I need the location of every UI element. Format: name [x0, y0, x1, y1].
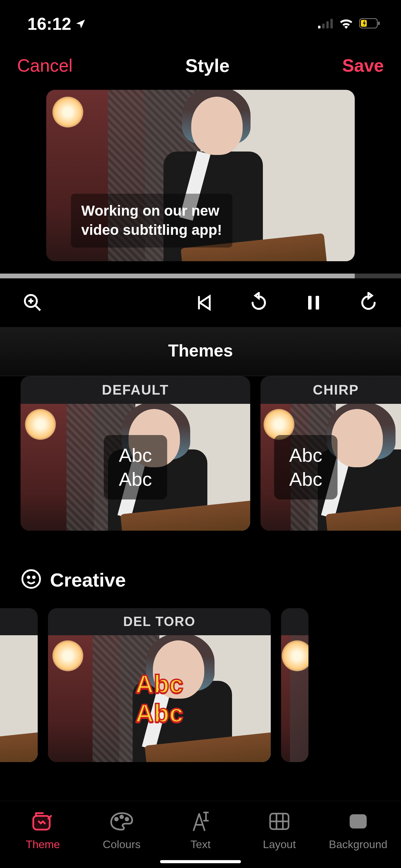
subtitle-line-2: video subtitling app! — [81, 220, 222, 240]
tab-background[interactable]: Background — [324, 809, 392, 851]
svg-point-21 — [125, 818, 128, 821]
page-title: Style — [185, 55, 230, 76]
tab-label: Background — [329, 838, 388, 851]
abc-text: Abc — [135, 699, 183, 728]
pause-button[interactable] — [302, 291, 326, 315]
progress-fill — [0, 274, 355, 278]
status-bar: 16:12 — [0, 0, 401, 45]
tab-colours[interactable]: Colours — [87, 809, 156, 851]
svg-rect-1 — [322, 24, 325, 28]
tab-text[interactable]: Text — [166, 809, 235, 851]
bottom-tab-bar: Theme Colours Text Layout Background — [0, 801, 401, 851]
cancel-button[interactable]: Cancel — [17, 55, 73, 76]
tab-layout[interactable]: Layout — [245, 809, 314, 851]
playback-progress[interactable] — [0, 274, 401, 278]
svg-rect-14 — [316, 296, 319, 310]
svg-point-15 — [22, 570, 40, 588]
svg-point-19 — [115, 818, 118, 821]
svg-point-17 — [33, 576, 35, 578]
skip-start-button[interactable] — [192, 291, 216, 315]
creative-card-next[interactable] — [281, 608, 308, 762]
abc-text: Abc — [289, 467, 323, 491]
playback-controls — [0, 278, 401, 327]
svg-rect-0 — [318, 26, 320, 28]
svg-rect-3 — [330, 19, 333, 28]
creative-card-ydow[interactable]: YDOW bc bc — [0, 608, 38, 762]
rewind-button[interactable] — [247, 291, 271, 315]
nav-bar: Cancel Style Save — [0, 45, 401, 90]
text-icon — [189, 809, 212, 833]
svg-point-16 — [28, 576, 29, 578]
creative-thumbnail — [281, 635, 308, 762]
themes-section-title: Themes — [0, 327, 401, 376]
theme-icon — [31, 809, 55, 833]
video-preview[interactable]: Working on our new video subtitling app! — [46, 90, 355, 261]
video-thumbnail: Working on our new video subtitling app! — [46, 90, 355, 261]
location-icon — [75, 14, 86, 34]
abc-text: Abc — [135, 670, 183, 699]
creative-label: DEL TORO — [48, 608, 271, 635]
svg-rect-29 — [350, 814, 367, 828]
smiley-icon — [21, 568, 42, 591]
creative-style-sample: Abc Abc — [135, 670, 183, 728]
theme-label: CHIRP — [260, 376, 401, 404]
theme-thumbnail: Abc Abc — [260, 404, 401, 531]
svg-rect-5 — [378, 22, 380, 25]
creative-label — [281, 608, 308, 635]
battery-icon — [359, 18, 380, 30]
theme-label: DEFAULT — [21, 376, 250, 404]
theme-style-sample: Abc Abc — [104, 435, 167, 499]
creative-thumbnail: Abc Abc — [48, 635, 271, 762]
tab-label: Layout — [263, 838, 296, 851]
svg-marker-11 — [200, 296, 210, 310]
themes-row[interactable]: DEFAULT Abc Abc CHIRP Abc Abc — [0, 376, 401, 531]
theme-style-sample: Abc Abc — [274, 435, 338, 499]
creative-thumbnail: bc bc — [0, 635, 38, 762]
creative-label: YDOW — [0, 608, 38, 635]
svg-point-20 — [120, 816, 123, 818]
status-indicators — [318, 18, 380, 30]
grid-icon — [267, 809, 291, 833]
creative-title: Creative — [50, 569, 126, 591]
abc-text: Abc — [119, 467, 152, 491]
svg-line-8 — [36, 306, 40, 311]
theme-card-default[interactable]: DEFAULT Abc Abc — [21, 376, 250, 531]
home-indicator[interactable] — [160, 860, 241, 863]
creative-row[interactable]: YDOW bc bc DEL TORO Abc Abc — [0, 608, 401, 762]
signal-icon — [318, 18, 333, 30]
svg-rect-13 — [308, 296, 312, 310]
creative-card-del-toro[interactable]: DEL TORO Abc Abc — [48, 608, 271, 762]
forward-loop-button[interactable] — [356, 291, 380, 315]
tab-label: Theme — [26, 838, 60, 851]
status-time: 16:12 — [27, 14, 86, 34]
creative-section-header: Creative — [0, 531, 401, 608]
svg-rect-2 — [326, 21, 329, 28]
background-icon — [346, 809, 370, 833]
abc-text: Abc — [289, 443, 323, 467]
time-text: 16:12 — [27, 14, 71, 34]
palette-icon — [110, 809, 134, 833]
zoom-in-button[interactable] — [21, 291, 45, 315]
subtitle-overlay: Working on our new video subtitling app! — [71, 194, 232, 248]
wifi-icon — [339, 18, 354, 30]
theme-thumbnail: Abc Abc — [21, 404, 250, 531]
abc-text: Abc — [119, 443, 152, 467]
save-button[interactable]: Save — [342, 55, 384, 76]
theme-card-chirp[interactable]: CHIRP Abc Abc — [260, 376, 401, 531]
tab-label: Colours — [103, 838, 141, 851]
tab-theme[interactable]: Theme — [9, 809, 77, 851]
subtitle-line-1: Working on our new — [81, 201, 222, 221]
tab-label: Text — [191, 838, 211, 851]
